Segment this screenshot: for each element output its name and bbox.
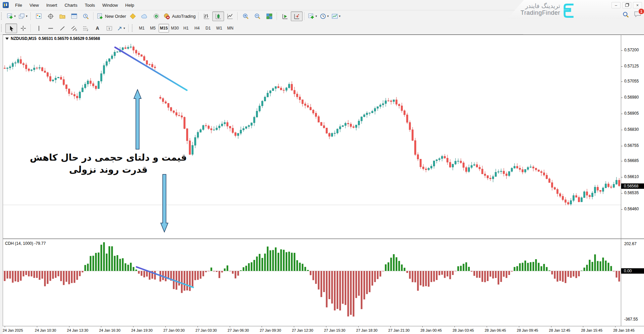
menu-item-file[interactable]: File (11, 1, 26, 9)
svg-text:E: E (75, 29, 77, 31)
tile-windows-button[interactable] (263, 11, 275, 21)
indicator-axis-max: 202.67 (624, 241, 637, 246)
timeframe-m5[interactable]: M5 (148, 24, 158, 33)
restore-button[interactable] (622, 2, 631, 8)
data-window-icon (47, 13, 54, 19)
cloud-button[interactable] (139, 11, 151, 21)
autotrading-button[interactable]: AutoTrading (162, 11, 197, 21)
fibonacci-button[interactable]: F (80, 23, 92, 33)
bar-chart-icon (203, 13, 210, 19)
navigator-button[interactable] (56, 11, 68, 21)
metaeditor-button[interactable] (127, 11, 139, 21)
time-axis-label: 24 Jan 2025 (3, 328, 23, 332)
search-icon[interactable] (623, 11, 629, 18)
menu-item-charts[interactable]: Charts (61, 1, 81, 9)
timeframe-m30[interactable]: M30 (170, 24, 180, 33)
toolbar-grip[interactable] (1, 24, 4, 32)
timeframe-group: M1M5M15M30H1H4D1W1MN (136, 24, 236, 33)
chart-area[interactable] (3, 35, 644, 334)
indicators-icon (308, 13, 315, 19)
menu-item-help[interactable]: Help (121, 1, 138, 9)
price-axis-label: 0.56905 (624, 111, 639, 116)
time-tick (101, 326, 101, 327)
minimize-button[interactable]: – (611, 2, 621, 8)
time-axis-label: 27 Jan 12:30 (292, 328, 313, 332)
periods-button[interactable]: ▾ (318, 11, 330, 21)
vertical-line-button[interactable] (33, 23, 45, 33)
arrows-button[interactable]: ▾ (115, 23, 127, 33)
terminal-button[interactable] (68, 11, 80, 21)
restore-icon (625, 4, 629, 7)
metaeditor-icon (129, 13, 136, 19)
time-axis-label: 27 Jan 06:30 (228, 328, 249, 332)
candlestick-chart-button[interactable] (212, 11, 224, 21)
data-window-button[interactable] (45, 11, 56, 21)
separator (128, 24, 129, 32)
text-button[interactable]: A (92, 23, 103, 33)
auto-scroll-button[interactable] (279, 11, 291, 21)
indicators-button[interactable]: ▾ (307, 11, 318, 21)
chart-shift-icon (293, 13, 300, 19)
separator (31, 24, 31, 32)
annotation-line-1: قیمت و دلتای حجمی در حال کاهش (30, 152, 187, 164)
price-axis[interactable]: 0.56568 202.67 0.00 -367.55 0.572000.571… (621, 35, 644, 326)
price-axis-label: 0.56610 (624, 174, 639, 179)
timeframe-h1[interactable]: H1 (181, 24, 191, 33)
chart-shift-button[interactable] (291, 11, 303, 21)
horizontal-line-button[interactable] (45, 23, 56, 33)
crosshair-button[interactable] (17, 23, 29, 33)
zoom-in-button[interactable] (240, 11, 252, 21)
new-order-button[interactable]: New Order (96, 11, 127, 21)
menu-item-insert[interactable]: Insert (43, 1, 61, 9)
timeframe-m15[interactable]: M15 (159, 24, 169, 33)
close-button[interactable]: × (633, 2, 642, 8)
time-axis-label: 27 Jan 21:30 (388, 328, 410, 332)
text-label-button[interactable]: T (103, 23, 115, 33)
timeframe-m1[interactable]: M1 (137, 24, 147, 33)
one-click-trading-collapse-icon[interactable] (5, 38, 9, 40)
trendline-button[interactable] (56, 23, 68, 33)
time-axis-label: 28 Jan 18:45 (613, 328, 635, 332)
time-tick (230, 326, 230, 327)
chat-button[interactable]: 1 (634, 11, 641, 18)
menu-item-window[interactable]: Window (99, 1, 121, 9)
profiles-button[interactable]: ▾ (17, 11, 29, 21)
cloud-icon (141, 13, 148, 19)
menu-item-view[interactable]: View (26, 1, 43, 9)
templates-button[interactable]: ▾ (330, 11, 342, 21)
line-chart-button[interactable] (224, 11, 236, 21)
time-tick (294, 326, 294, 327)
time-tick (133, 326, 133, 327)
price-axis-label: 0.56535 (624, 190, 639, 195)
toolbar-grip[interactable] (1, 12, 4, 20)
time-axis-label: 28 Jan 15:45 (581, 328, 602, 332)
community-button[interactable] (151, 11, 162, 21)
time-axis-label: 24 Jan 10:30 (35, 328, 56, 332)
zoom-out-icon (254, 13, 261, 19)
chevron-down-icon: ▾ (327, 14, 329, 18)
standard-toolbar: ▾ ▾ New Order AutoTrading ▾ ▾ ▾ (0, 10, 523, 22)
periods-clock-icon (320, 13, 326, 19)
price-tick (621, 81, 623, 82)
current-price-box: 0.56568 (621, 183, 644, 189)
new-chart-button[interactable]: ▾ (5, 11, 17, 21)
bar-chart-button[interactable] (201, 11, 212, 21)
chart-symbol: NZDUSD,M15 (11, 36, 37, 41)
cursor-button[interactable] (5, 23, 17, 33)
time-tick (165, 326, 166, 327)
timeframe-d1[interactable]: D1 (203, 24, 213, 33)
time-tick (390, 326, 391, 327)
strategy-tester-button[interactable] (80, 11, 92, 21)
timeframe-w1[interactable]: W1 (214, 24, 224, 33)
time-axis[interactable]: 24 Jan 202524 Jan 10:3024 Jan 13:3024 Ja… (3, 326, 644, 334)
zoom-out-button[interactable] (252, 11, 263, 21)
menu-item-tools[interactable]: Tools (81, 1, 99, 9)
toolbar-grip[interactable] (132, 24, 135, 32)
market-watch-button[interactable] (33, 11, 45, 21)
equidistant-channel-button[interactable]: E (68, 23, 80, 33)
drawing-toolbar: E F A T ▾ M1M5M15M30H1H4D1W1MN (0, 22, 523, 35)
timeframe-h4[interactable]: H4 (192, 24, 202, 33)
separator (237, 12, 238, 20)
price-tick (621, 66, 623, 67)
timeframe-mn[interactable]: MN (225, 24, 235, 33)
